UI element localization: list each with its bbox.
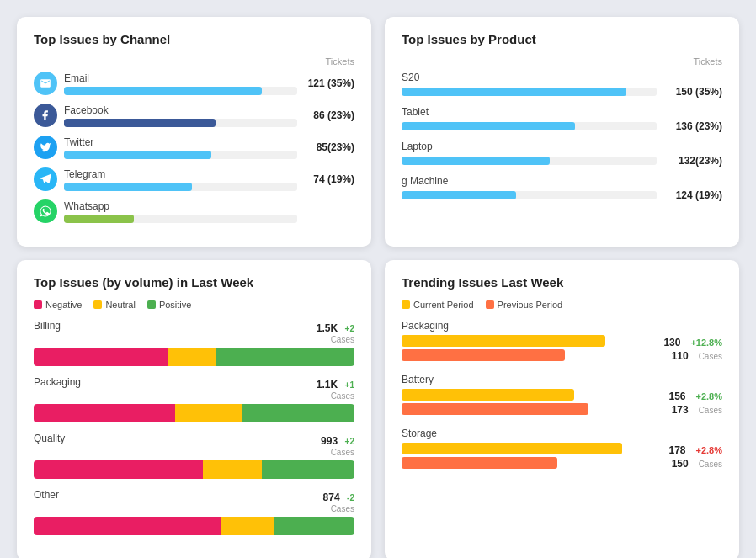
trending-previous-bar <box>402 403 588 415</box>
product-name: Laptop <box>402 141 722 152</box>
volume-label-row: Other 874 -2 Cases <box>34 489 354 513</box>
trending-current-row <box>402 335 642 347</box>
product-bar-row: 136 (23%) <box>402 120 722 132</box>
trending-previous-val: 173 <box>672 404 695 416</box>
product-name: Tablet <box>402 106 722 118</box>
product-bar-row: 150 (35%) <box>402 86 722 98</box>
trending-current-bar <box>402 443 622 454</box>
stacked-segment <box>262 460 354 479</box>
trending-current-row <box>402 443 642 454</box>
legend-label: Neutral <box>105 300 135 310</box>
channel-row: Telegram 74 (19%) <box>34 167 354 191</box>
product-tickets-label: Tickets <box>402 56 722 66</box>
volume-value-row: 1.5K +2 <box>317 320 354 335</box>
trending-previous-bar <box>402 457 557 469</box>
stacked-segment <box>34 348 168 366</box>
trending-legend-item: Current Period <box>402 300 474 310</box>
volume-change: +1 <box>345 380 354 390</box>
product-bar-track <box>402 122 657 130</box>
trending-issue: Storage 178 +2.8% 150 <box>402 428 722 471</box>
trending-cases: Cases <box>699 406 722 415</box>
volume-issue-label: Quality <box>34 433 65 444</box>
channel-icon <box>34 104 57 127</box>
stacked-segment <box>168 348 216 366</box>
volume-value: 874 <box>323 492 340 503</box>
volume-value-row: 874 -2 <box>323 489 354 504</box>
volume-change: -2 <box>347 493 354 502</box>
product-value: 124 (19%) <box>663 189 722 201</box>
channel-bar-fill <box>64 87 262 95</box>
volume-label-row: Billing 1.5K +2 Cases <box>34 320 354 344</box>
channel-info: Email <box>64 72 297 95</box>
volume-list: Billing 1.5K +2 Cases Packaging 1.1K +1 <box>34 320 354 535</box>
legend-dot <box>147 300 156 309</box>
volume-change: +2 <box>345 324 354 333</box>
volume-row: Billing 1.5K +2 Cases <box>34 320 354 366</box>
trending-previous-row <box>402 457 642 469</box>
channel-name: Facebook <box>64 104 297 116</box>
stacked-segment <box>34 460 203 479</box>
product-row: Tablet 136 (23%) <box>402 106 722 132</box>
channel-row: Facebook 86 (23%) <box>34 104 354 127</box>
product-bar-row: 124 (19%) <box>402 189 722 201</box>
stacked-bar <box>34 404 354 422</box>
volume-change: +2 <box>345 437 354 446</box>
product-bar-track <box>402 191 657 199</box>
channel-value: 86 (23%) <box>304 109 354 121</box>
stacked-segment <box>216 348 354 366</box>
volume-value: 1.5K <box>317 322 338 334</box>
volume-row: Packaging 1.1K +1 Cases <box>34 376 354 422</box>
channel-bar-track <box>64 119 297 127</box>
stacked-bar <box>34 460 354 479</box>
product-name: g Machine <box>402 175 722 187</box>
products-list: S20 150 (35%) Tablet 136 (23%) Laptop <box>402 72 722 201</box>
product-bar-fill <box>402 191 516 199</box>
volume-sub: Cases <box>317 335 354 344</box>
volume-issue-label: Other <box>34 489 59 501</box>
volume-issue-label: Billing <box>34 320 61 332</box>
trending-previous-val: 150 <box>672 458 695 470</box>
product-card: Top Issues by Product Tickets S20 150 (3… <box>385 17 739 247</box>
trending-issue-label: Packaging <box>402 320 722 332</box>
product-value: 132(23%) <box>663 155 722 167</box>
trending-legend-label: Current Period <box>413 300 474 310</box>
channel-row: Twitter 85(23%) <box>34 136 354 159</box>
product-bar-fill <box>402 122 575 130</box>
product-row: S20 150 (35%) <box>402 72 722 98</box>
volume-issue-label: Packaging <box>34 376 81 388</box>
volume-label-row: Quality 993 +2 Cases <box>34 433 354 457</box>
trending-previous-row <box>402 403 642 415</box>
channel-bar-track <box>64 151 297 159</box>
volume-row: Other 874 -2 Cases <box>34 489 354 535</box>
channel-row: Email 121 (35%) <box>34 72 354 95</box>
channel-value: 121 (35%) <box>304 77 354 89</box>
channel-name: Telegram <box>64 168 297 180</box>
legend-item: Positive <box>147 300 192 310</box>
trending-current-bar <box>402 335 605 347</box>
volume-value: 993 <box>321 435 338 447</box>
channel-row: Whatsapp <box>34 199 354 223</box>
trending-legend-item: Previous Period <box>486 300 563 310</box>
dashboard: Top Issues by Channel Tickets Email 121 … <box>17 17 739 558</box>
trending-previous-row <box>402 349 642 361</box>
legend-item: Negative <box>34 300 82 310</box>
product-bar-row: 132(23%) <box>402 155 722 167</box>
volume-sub: Cases <box>323 504 354 513</box>
channel-icon <box>34 72 57 95</box>
stacked-segment <box>221 517 274 535</box>
product-name: S20 <box>402 72 722 83</box>
trending-cases: Cases <box>699 352 722 361</box>
stacked-segment <box>34 517 221 535</box>
legend-dot <box>93 300 102 309</box>
channel-card: Top Issues by Channel Tickets Email 121 … <box>17 17 371 247</box>
product-bar-fill <box>402 88 626 96</box>
trending-current-val: 178 <box>669 444 693 456</box>
volume-value-row: 1.1K +1 <box>317 376 354 391</box>
trending-legend-dot <box>486 300 494 309</box>
trending-current-row <box>402 389 642 401</box>
channel-info: Whatsapp <box>64 200 297 223</box>
channels-list: Email 121 (35%) Facebook 86 (23%) Twitte… <box>34 72 354 223</box>
channel-bar-fill <box>64 119 216 127</box>
channel-bar-fill <box>64 215 134 223</box>
trending-legend-dot <box>402 300 410 309</box>
